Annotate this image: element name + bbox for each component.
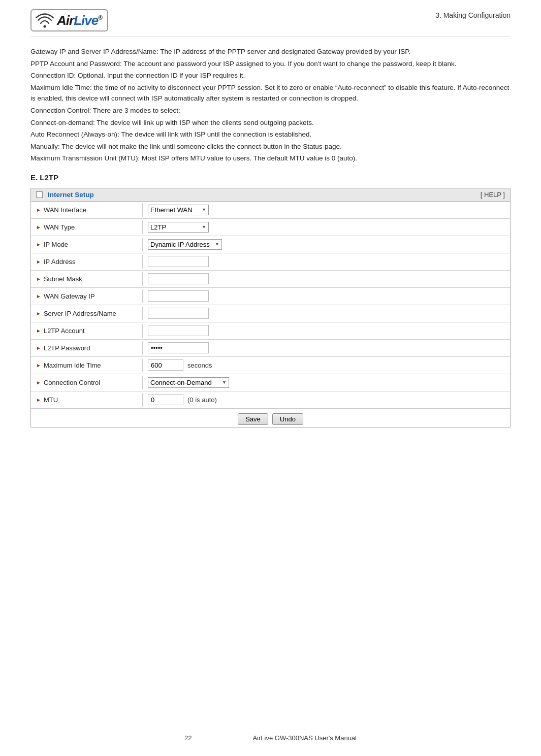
inet-help-link[interactable]: [ HELP ] (481, 191, 505, 199)
row-max-idle-time: ► Maximum Idle Time seconds (31, 357, 510, 374)
value-wan-type: L2TP (143, 219, 510, 235)
row-ip-address: ► IP Address (31, 253, 510, 271)
max-idle-time-input[interactable] (148, 359, 183, 371)
header-checkbox-icon (36, 191, 43, 198)
row-connection-control: ► Connection Control Connect-on-Demand (31, 374, 510, 391)
wan-interface-select-wrap[interactable]: Ethernet WAN (148, 205, 209, 215)
label-text-mtu: MTU (44, 396, 58, 404)
label-text-ip-mode: IP Mode (44, 241, 68, 248)
para-8: Manually: The device will not make the l… (30, 141, 511, 152)
body-text: Gateway IP and Server IP Address/Name: T… (30, 46, 511, 164)
arrow-l2tp-password: ► (36, 345, 41, 351)
wan-interface-select[interactable]: Ethernet WAN (148, 205, 209, 215)
label-mtu: ► MTU (31, 393, 143, 407)
header-divider (30, 37, 511, 37)
page-container: AirLive® 3. Making Configuration Gateway… (0, 0, 541, 756)
footer-page-number: 22 (184, 734, 192, 742)
label-connection-control: ► Connection Control (31, 376, 143, 389)
undo-button[interactable]: Undo (272, 413, 303, 425)
logo-reg: ® (98, 14, 102, 21)
page-footer: 22 AirLive GW-300NAS User's Manual (0, 734, 541, 742)
label-server-ip: ► Server IP Address/Name (31, 307, 143, 320)
value-wan-gateway-ip (143, 288, 510, 304)
para-1: Gateway IP and Server IP Address/Name: T… (30, 46, 511, 57)
label-wan-gateway-ip: ► WAN Gateway IP (31, 289, 143, 303)
para-2: PPTP Account and Password: The account a… (30, 58, 511, 70)
label-ip-mode: ► IP Mode (31, 238, 143, 251)
arrow-wan-gateway-ip: ► (36, 293, 41, 299)
label-ip-address: ► IP Address (31, 255, 143, 269)
arrow-server-ip: ► (36, 311, 41, 316)
inet-setup-header: Internet Setup [ HELP ] (31, 188, 510, 202)
wan-type-select-wrap[interactable]: L2TP (148, 222, 209, 233)
max-idle-time-unit: seconds (187, 361, 212, 369)
label-text-connection-control: Connection Control (44, 379, 100, 386)
arrow-mtu: ► (36, 397, 41, 403)
arrow-connection-control: ► (36, 380, 41, 385)
ip-address-input[interactable] (148, 256, 209, 267)
label-subnet-mask: ► Subnet Mask (31, 272, 143, 286)
row-l2tp-account: ► L2TP Account (31, 322, 510, 340)
arrow-wan-type: ► (36, 224, 41, 230)
ip-mode-select[interactable]: Dynamic IP Address (148, 239, 222, 250)
label-l2tp-password: ► L2TP Password (31, 341, 143, 355)
form-buttons: Save Undo (238, 409, 303, 427)
l2tp-password-input[interactable] (148, 342, 209, 353)
connection-control-select[interactable]: Connect-on-Demand (148, 377, 229, 388)
section-heading: E. L2TP (30, 173, 511, 182)
para-7: Auto Reconnect (Always-on): The device w… (30, 129, 511, 140)
row-subnet-mask: ► Subnet Mask (31, 271, 510, 288)
arrow-l2tp-account: ► (36, 328, 41, 334)
value-ip-mode: Dynamic IP Address (143, 237, 510, 252)
mtu-input[interactable] (148, 394, 183, 405)
footer-manual-name: AirLive GW-300NAS User's Manual (252, 734, 357, 742)
subnet-mask-input[interactable] (148, 273, 209, 284)
para-9: Maximum Transmission Unit (MTU): Most IS… (30, 153, 511, 164)
label-text-subnet-mask: Subnet Mask (44, 275, 82, 283)
label-text-server-ip: Server IP Address/Name (44, 310, 116, 317)
mtu-unit: (0 is auto) (187, 396, 217, 404)
row-ip-mode: ► IP Mode Dynamic IP Address (31, 236, 510, 253)
label-wan-interface: ► WAN Interface (31, 203, 143, 217)
l2tp-account-input[interactable] (148, 325, 209, 336)
logo-signal-icon (36, 12, 54, 28)
value-wan-interface: Ethernet WAN (143, 202, 510, 218)
page-title: 3. Making Configuration (435, 9, 511, 19)
save-button[interactable]: Save (238, 413, 268, 425)
value-max-idle-time: seconds (143, 357, 510, 373)
para-5: Connection Control: There are 3 modes to… (30, 105, 511, 116)
ip-mode-select-wrap[interactable]: Dynamic IP Address (148, 239, 222, 250)
logo-area: AirLive® (30, 9, 108, 31)
value-l2tp-account (143, 322, 510, 339)
header-row: AirLive® 3. Making Configuration (30, 9, 511, 31)
value-subnet-mask (143, 271, 510, 287)
arrow-max-idle-time: ► (36, 363, 41, 368)
label-text-wan-type: WAN Type (44, 223, 75, 231)
server-ip-input[interactable] (148, 308, 209, 319)
para-4: Maximum Idle Time: the time of no activi… (30, 82, 511, 104)
row-mtu: ► MTU (0 is auto) (31, 391, 510, 409)
label-text-ip-address: IP Address (44, 258, 76, 266)
value-ip-address (143, 253, 510, 270)
label-text-l2tp-account: L2TP Account (44, 327, 85, 335)
inet-setup-title: Internet Setup (36, 191, 94, 199)
arrow-ip-address: ► (36, 259, 41, 265)
value-mtu: (0 is auto) (143, 391, 510, 408)
para-3: Connection ID: Optional. Input the conne… (30, 70, 511, 81)
label-text-max-idle-time: Maximum Idle Time (44, 361, 101, 369)
row-wan-type: ► WAN Type L2TP (31, 219, 510, 236)
row-wan-gateway-ip: ► WAN Gateway IP (31, 288, 510, 305)
inet-title-text: Internet Setup (48, 191, 94, 199)
logo-live: Live (74, 13, 98, 28)
label-text-wan-gateway-ip: WAN Gateway IP (44, 292, 95, 300)
arrow-subnet-mask: ► (36, 276, 41, 282)
arrow-ip-mode: ► (36, 242, 41, 247)
svg-point-0 (44, 25, 46, 28)
row-server-ip: ► Server IP Address/Name (31, 305, 510, 322)
wan-type-select[interactable]: L2TP (148, 222, 209, 233)
connection-control-select-wrap[interactable]: Connect-on-Demand (148, 377, 229, 388)
wan-gateway-ip-input[interactable] (148, 290, 209, 302)
label-wan-type: ► WAN Type (31, 220, 143, 234)
para-6: Connect-on-demand: The device will link … (30, 117, 511, 128)
label-text-wan-interface: WAN Interface (44, 206, 86, 214)
